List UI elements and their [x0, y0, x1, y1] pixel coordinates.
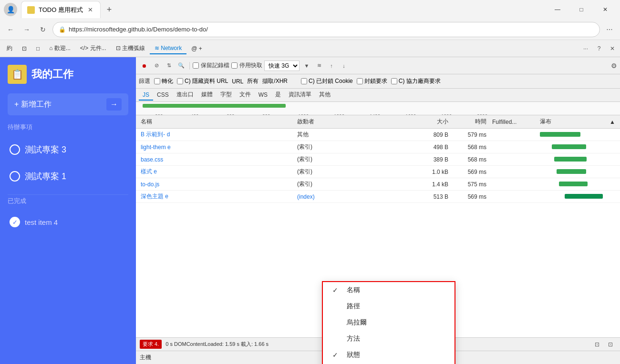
devtools-tab-box[interactable]: ⊡ — [17, 43, 31, 54]
ctx-item-name[interactable]: ✓ 名稱 — [323, 282, 455, 298]
status-icon-2[interactable]: ⊡ — [605, 339, 616, 350]
row5-initiator: (索引) — [294, 180, 413, 188]
status-icon-1[interactable]: ⊡ — [591, 339, 603, 350]
vendor-input[interactable] — [391, 78, 397, 84]
vendor-checkbox[interactable]: C) 協力廠商要求 — [391, 77, 441, 85]
completed-task-item-1[interactable]: test item 4 — [8, 213, 128, 231]
ctx-item-ural[interactable]: 烏拉爾 — [323, 314, 455, 331]
main-content-area: 📋 我的工作 + 新增工作 → 待辦事項 測試專案 3 測試專案 1 已完成 t… — [0, 57, 620, 364]
timeline-progress-bar — [143, 104, 286, 108]
type-btn-import-export[interactable]: 進出口 — [173, 89, 197, 101]
profile-icon[interactable]: 👤 — [4, 3, 17, 16]
preserve-log-input[interactable] — [193, 62, 199, 69]
add-task-button[interactable]: + 新增工作 → — [8, 93, 128, 115]
ctx-item-status[interactable]: ✓ 狀態 — [323, 347, 455, 363]
hide-data-url-input[interactable] — [177, 78, 183, 84]
type-btn-font[interactable]: 字型 — [217, 89, 236, 101]
hide-data-url-checkbox[interactable]: C) 隱藏資料 URL — [177, 77, 228, 85]
task-item-2[interactable]: 測試專案 1 — [8, 166, 128, 187]
header-waterfall[interactable]: 瀑布 ▲ — [537, 118, 618, 126]
record-button[interactable]: ⏺ — [139, 61, 149, 71]
header-initiator[interactable]: 啟動者 — [294, 118, 413, 126]
filter-icon-button[interactable]: ⇅ — [164, 61, 174, 71]
add-task-arrow-icon: → — [106, 98, 122, 111]
convert-checkbox[interactable]: 轉化 — [154, 77, 173, 85]
throttle-dropdown-icon[interactable]: ▼ — [301, 61, 312, 71]
net-row-6[interactable]: 深色主題 e (index) 513 B 569 ms — [136, 191, 620, 203]
tab-bar: TODO 應用程式 ✕ + — [21, 0, 543, 19]
devtools-tab-approx[interactable]: 約 — [2, 42, 17, 54]
ctx-item-method[interactable]: 方法 — [323, 331, 455, 347]
devtools-icon-buttons: ··· ? ✕ — [580, 43, 618, 54]
search-icon-button[interactable]: 🔍 — [176, 61, 186, 71]
block-request-input[interactable] — [357, 78, 363, 84]
row3-time: 568 ms — [451, 156, 489, 163]
devtools-tab-at-plus[interactable]: @ + — [186, 43, 207, 54]
new-tab-button[interactable]: + — [103, 3, 116, 16]
preserve-log-checkbox[interactable]: 保留記錄檔 — [193, 61, 229, 70]
devtools-close-button[interactable]: ✕ — [607, 43, 618, 54]
minimize-button[interactable]: — — [547, 2, 568, 17]
throttle-select[interactable]: 快速 3G — [264, 61, 300, 71]
forward-button[interactable]: → — [20, 23, 33, 36]
disable-cache-checkbox[interactable]: 停用快取 — [231, 61, 262, 70]
stop-button[interactable]: ⊘ — [151, 61, 162, 71]
url-bar[interactable]: 🔒 https://microsoftedge.github.io/Demos/… — [52, 22, 600, 37]
type-btn-document[interactable]: 文件 — [236, 89, 255, 101]
type-btn-yes[interactable]: 是 — [271, 89, 285, 101]
type-btn-css[interactable]: CSS — [153, 90, 173, 101]
devtools-tab-network[interactable]: ≋ Network — [150, 43, 186, 54]
maximize-button[interactable]: □ — [570, 2, 592, 17]
type-btn-ws[interactable]: WS — [255, 90, 271, 101]
app-icon: 📋 — [8, 65, 27, 84]
blocked-cookie-checkbox[interactable]: C) 已封鎖 Cookie — [301, 77, 353, 85]
upload-icon-button[interactable]: ↑ — [326, 61, 337, 71]
active-tab[interactable]: TODO 應用程式 ✕ — [21, 1, 101, 18]
net-row-1[interactable]: B 示範到- d 其他 809 B 579 ms — [136, 129, 620, 141]
row4-size: 1.0 kB — [413, 169, 451, 175]
more-options-button[interactable]: ··· — [603, 23, 616, 36]
gear-icon-button[interactable]: ⚙ — [611, 62, 617, 70]
devtools-tab-host-arc[interactable]: ⊡ 主機弧線 — [111, 42, 150, 54]
wifi-icon-button[interactable]: ≋ — [314, 61, 324, 71]
net-row-2[interactable]: light-them e (索引) 498 B 568 ms — [136, 141, 620, 153]
disable-cache-input[interactable] — [231, 62, 238, 69]
tab-close-button[interactable]: ✕ — [87, 6, 94, 14]
header-name[interactable]: 名稱 — [138, 118, 294, 126]
devtools-tab-box2[interactable]: □ — [31, 43, 44, 54]
devtools-more-button[interactable]: ··· — [580, 43, 591, 54]
blocked-cookie-input[interactable] — [301, 78, 307, 84]
devtools-help-button[interactable]: ? — [593, 43, 605, 54]
refresh-button[interactable]: ↻ — [36, 23, 50, 36]
block-request-checkbox[interactable]: 封鎖要求 — [357, 77, 387, 85]
row1-name: B 示範到- d — [138, 131, 294, 139]
row2-initiator: (索引) — [294, 143, 413, 151]
window-controls: — □ ✕ — [547, 2, 616, 17]
app-sidebar: 📋 我的工作 + 新增工作 → 待辦事項 測試專案 3 測試專案 1 已完成 t… — [0, 57, 136, 364]
header-fulfilled[interactable]: Fulfilled... — [489, 119, 537, 125]
ctx-label-path: 路徑 — [347, 302, 360, 311]
type-btn-other[interactable]: 其他 — [315, 89, 334, 101]
net-row-4[interactable]: 樣式 e (索引) 1.0 kB 569 ms — [136, 166, 620, 178]
timeline-bar: 200 ms 400 ms 600 ms 800 ms 1000 ms 1200… — [136, 102, 620, 115]
net-row-5[interactable]: to-do.js (索引) 1.4 kB 575 ms — [136, 178, 620, 191]
header-time[interactable]: 時間 — [451, 118, 489, 126]
right-panel: ⏺ ⊘ ⇅ 🔍 保留記錄檔 停用快取 快速 3G ▼ ≋ ↑ — [136, 57, 620, 364]
type-btn-media[interactable]: 媒體 — [197, 89, 217, 101]
task-item-1[interactable]: 測試專案 3 — [8, 139, 128, 160]
ctx-item-path[interactable]: 路徑 — [323, 298, 455, 314]
devtools-tab-components[interactable]: </> 元件... — [75, 42, 111, 54]
type-btn-js[interactable]: JS — [139, 90, 153, 101]
convert-input[interactable] — [154, 78, 160, 84]
download-icon-button[interactable]: ↓ — [339, 61, 349, 71]
devtools-tab-welcome[interactable]: ⌂ 歡迎... — [44, 42, 75, 54]
convert-label: 轉化 — [162, 77, 173, 85]
back-button[interactable]: ← — [4, 23, 17, 36]
close-button[interactable]: ✕ — [594, 2, 616, 17]
type-btn-manifest[interactable]: 資訊清單 — [285, 89, 315, 101]
type-filter-bar: JS CSS 進出口 媒體 字型 文件 WS 是 資訊清單 其他 — [136, 89, 620, 102]
header-size[interactable]: 大小 — [413, 118, 451, 126]
ctx-label-method: 方法 — [347, 334, 360, 343]
net-row-3[interactable]: base.css (索引) 389 B 568 ms — [136, 153, 620, 166]
tab-title: TODO 應用程式 — [39, 6, 83, 14]
